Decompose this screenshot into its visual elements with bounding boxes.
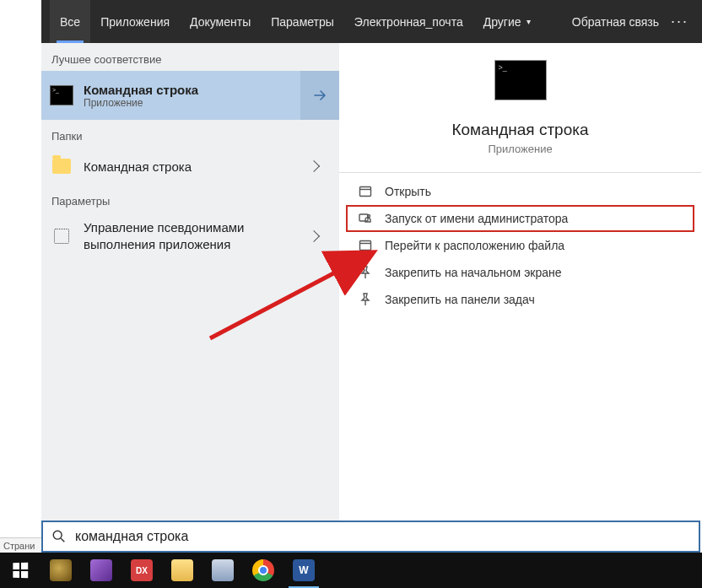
action-label: Перейти к расположению файла xyxy=(385,239,564,252)
pin-taskbar-icon xyxy=(358,293,373,306)
tab-documents[interactable]: Документы xyxy=(180,0,261,43)
editor-icon xyxy=(212,559,234,581)
settings-list-icon xyxy=(50,224,73,248)
action-pin-start[interactable]: Закрепить на начальном экране xyxy=(346,259,694,286)
search-icon xyxy=(51,529,67,544)
preview-subtitle: Приложение xyxy=(339,143,701,155)
folder-icon xyxy=(50,154,73,178)
app-icon xyxy=(50,559,72,581)
topbar-right: Обратная связь ··· xyxy=(572,13,702,30)
open-icon xyxy=(358,185,373,198)
dx-icon: DX xyxy=(131,559,153,581)
svg-line-6 xyxy=(61,538,64,542)
admin-shield-icon xyxy=(358,212,373,225)
result-folder[interactable]: Командная строка xyxy=(41,148,339,185)
tab-more[interactable]: Другие ▾ xyxy=(473,0,541,43)
chevron-down-icon: ▾ xyxy=(526,17,531,26)
result-preview-pane: Командная строка Приложение Открыть Запу… xyxy=(339,43,701,522)
more-options-icon[interactable]: ··· xyxy=(666,13,694,30)
taskbar-notepad[interactable] xyxy=(202,553,243,588)
section-folders: Папки xyxy=(41,120,339,148)
tab-label: Параметры xyxy=(271,15,334,29)
search-input[interactable] xyxy=(75,529,690,544)
cmd-large-icon xyxy=(494,60,547,100)
svg-rect-0 xyxy=(360,187,371,197)
taskbar: DX W xyxy=(0,553,702,588)
result-texts: Управление псевдонимами выполнения прило… xyxy=(84,219,287,254)
action-open-location[interactable]: Перейти к расположению файла xyxy=(346,232,694,259)
search-box[interactable] xyxy=(41,521,700,553)
action-label: Запуск от имени администратора xyxy=(385,212,568,225)
chevron-right-icon xyxy=(308,230,320,242)
tab-all[interactable]: Все xyxy=(50,0,90,43)
taskbar-app-1[interactable] xyxy=(40,553,81,588)
result-subtitle: Приложение xyxy=(84,97,331,109)
tab-label: Документы xyxy=(190,15,251,29)
statusbar-fragment: Страни xyxy=(0,537,41,553)
feedback-link[interactable]: Обратная связь xyxy=(572,15,659,29)
pin-start-icon xyxy=(358,266,373,279)
tab-label: Все xyxy=(60,15,80,29)
cmd-icon xyxy=(50,84,73,107)
taskbar-visual-studio[interactable] xyxy=(81,553,122,588)
chevron-right-icon xyxy=(308,160,320,172)
explorer-icon xyxy=(171,559,193,581)
svg-rect-3 xyxy=(360,241,371,251)
svg-point-5 xyxy=(53,531,62,539)
action-label: Открыть xyxy=(385,185,431,198)
divider xyxy=(339,172,701,173)
action-label: Закрепить на панели задач xyxy=(385,293,535,306)
tab-apps[interactable]: Приложения xyxy=(90,0,180,43)
result-title: Командная строка xyxy=(84,159,287,174)
tab-settings[interactable]: Параметры xyxy=(261,0,344,43)
taskbar-dx[interactable]: DX xyxy=(122,553,162,588)
result-setting[interactable]: Управление псевдонимами выполнения прило… xyxy=(41,213,339,261)
location-icon xyxy=(358,239,373,252)
action-open[interactable]: Открыть xyxy=(346,178,694,205)
expand-arrow[interactable] xyxy=(297,219,331,254)
expand-arrow[interactable] xyxy=(297,154,331,178)
result-title: Командная строка xyxy=(84,83,331,97)
taskbar-chrome[interactable] xyxy=(243,553,284,588)
windows-logo-icon xyxy=(13,563,28,579)
result-best-match[interactable]: Командная строка Приложение xyxy=(41,71,339,120)
taskbar-word[interactable]: W xyxy=(284,553,324,588)
search-results-panel: Лучшее соответствие Командная строка При… xyxy=(41,43,701,522)
tab-label: Электронная_почта xyxy=(354,15,463,29)
result-texts: Командная строка Приложение xyxy=(84,83,331,109)
start-button[interactable] xyxy=(0,553,40,588)
vs-icon xyxy=(90,559,112,581)
tab-label: Другие xyxy=(483,15,521,29)
section-best-match: Лучшее соответствие xyxy=(41,43,339,71)
action-run-as-admin[interactable]: Запуск от имени администратора xyxy=(346,205,694,232)
word-icon: W xyxy=(293,559,315,581)
search-filter-tabs: Все Приложения Документы Параметры Элект… xyxy=(41,0,702,43)
preview-title: Командная строка xyxy=(339,121,701,139)
section-settings: Параметры xyxy=(41,185,339,213)
tab-label: Приложения xyxy=(100,15,170,29)
action-list: Открыть Запуск от имени администратора П… xyxy=(339,178,701,313)
preview-icon-wrap xyxy=(339,60,701,100)
tabs-container: Все Приложения Документы Параметры Элект… xyxy=(50,0,541,43)
tab-email[interactable]: Электронная_почта xyxy=(344,0,473,43)
action-pin-taskbar[interactable]: Закрепить на панели задач xyxy=(346,286,694,313)
taskbar-explorer[interactable] xyxy=(162,553,202,588)
result-title: Управление псевдонимами выполнения прило… xyxy=(84,219,287,254)
action-label: Закрепить на начальном экране xyxy=(385,266,562,279)
svg-point-2 xyxy=(368,215,370,218)
chrome-icon xyxy=(252,559,274,581)
result-texts: Командная строка xyxy=(84,159,287,174)
arrow-right-icon xyxy=(311,87,328,104)
expand-arrow-button[interactable] xyxy=(300,71,339,120)
results-list: Лучшее соответствие Командная строка При… xyxy=(41,43,339,522)
